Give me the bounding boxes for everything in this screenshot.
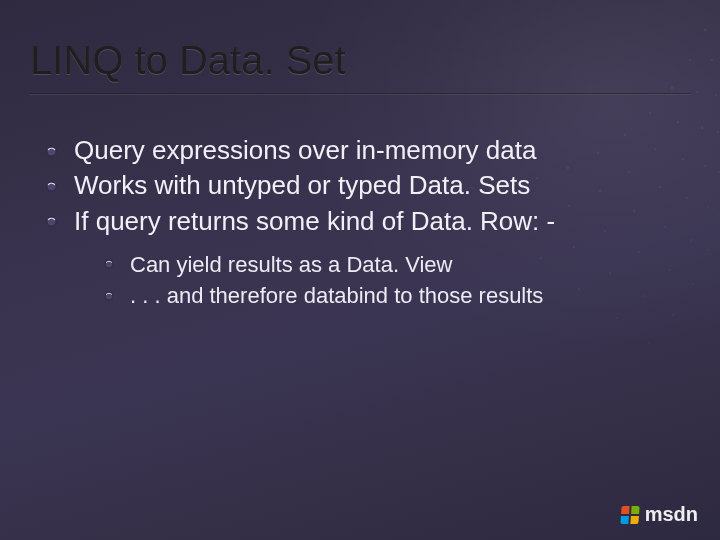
svg-point-11 <box>696 91 699 94</box>
microsoft-flag-icon <box>620 506 639 524</box>
content-area: Query expressions over in-memory data Wo… <box>46 134 680 313</box>
svg-point-43 <box>672 314 674 316</box>
svg-point-41 <box>707 249 709 251</box>
svg-point-36 <box>690 239 692 241</box>
svg-point-28 <box>704 165 706 167</box>
svg-point-10 <box>711 59 714 62</box>
svg-point-0 <box>704 29 707 32</box>
bullet-list-level2: Can yield results as a Data. View . . . … <box>74 250 680 311</box>
svg-point-27 <box>717 131 719 133</box>
list-item: If query returns some kind of Data. Row:… <box>46 205 680 312</box>
svg-point-39 <box>616 317 618 319</box>
list-item-text: Query expressions over in-memory data <box>74 135 536 165</box>
list-item-text: Can yield results as a Data. View <box>130 252 452 277</box>
svg-point-19 <box>715 94 717 96</box>
slide: LINQ to Data. Set Query expressions over… <box>0 0 720 540</box>
svg-point-40 <box>717 213 719 215</box>
footer-brand-text: msdn <box>645 503 698 526</box>
list-item: Works with untyped or typed Data. Sets <box>46 169 680 202</box>
svg-point-29 <box>686 197 688 199</box>
svg-point-35 <box>707 206 709 208</box>
list-item: . . . and therefore databind to those re… <box>104 281 680 311</box>
svg-point-42 <box>692 283 694 285</box>
footer-logo: msdn <box>621 503 698 526</box>
title-divider <box>30 93 690 95</box>
svg-point-12 <box>677 121 680 124</box>
bullet-icon <box>104 291 114 301</box>
bullet-icon <box>46 146 57 157</box>
bullet-list-level1: Query expressions over in-memory data Wo… <box>46 134 680 311</box>
svg-point-44 <box>648 342 650 344</box>
bullet-icon <box>104 259 114 269</box>
svg-point-20 <box>701 127 703 129</box>
bullet-icon <box>46 181 57 192</box>
svg-point-3 <box>649 112 652 115</box>
title-area: LINQ to Data. Set <box>30 38 690 95</box>
list-item: Can yield results as a Data. View <box>104 250 680 280</box>
list-item-text: Works with untyped or typed Data. Sets <box>74 170 530 200</box>
list-item-text: . . . and therefore databind to those re… <box>130 283 543 308</box>
list-item: Query expressions over in-memory data <box>46 134 680 167</box>
bullet-icon <box>46 216 57 227</box>
svg-point-21 <box>682 158 684 160</box>
list-item-text: If query returns some kind of Data. Row:… <box>74 206 555 236</box>
slide-title: LINQ to Data. Set <box>30 38 690 83</box>
